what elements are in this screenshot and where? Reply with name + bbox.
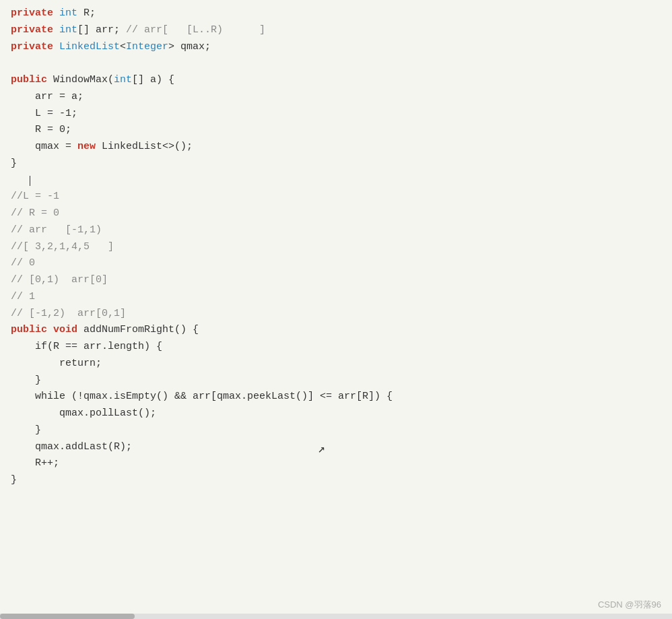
- code-editor: private int R; private int[] arr; // arr…: [0, 0, 672, 619]
- comment-arr-range: // arr [-1,1): [11, 224, 102, 236]
- code-line-25: qmax.pollLast();: [11, 405, 661, 422]
- comment-arr: // arr[ [L..R) ]: [126, 24, 265, 36]
- code-line-21: if(R == arr.length) {: [11, 339, 661, 356]
- code-line-1: private int R;: [11, 5, 661, 22]
- code-line-8: R = 0;: [11, 122, 661, 139]
- keyword-private: private: [11, 41, 59, 53]
- code-line-24: while (!qmax.isEmpty() && arr[qmax.peekL…: [11, 389, 661, 405]
- code-line-28: R++;: [11, 455, 661, 472]
- type-int: int: [59, 24, 77, 36]
- keyword-void: void: [53, 324, 83, 335]
- type-int2: int: [114, 74, 132, 86]
- text-cursor: [30, 176, 30, 186]
- code-line-11: [11, 172, 661, 189]
- code-line-9: qmax = new LinkedList<>();: [11, 139, 661, 156]
- code-line-7: L = -1;: [11, 106, 661, 123]
- scrollbar-thumb[interactable]: [0, 614, 135, 619]
- code-line-5: public WindowMax(int[] a) {: [11, 72, 661, 89]
- method-addnumfromright: addNumFromRight() {: [83, 324, 199, 335]
- comment-minus12: // [-1,2) arr[0,1]: [11, 308, 126, 319]
- keyword-private: private: [11, 7, 59, 19]
- text-plain: R;: [77, 7, 96, 19]
- watermark: CSDN @羽落96: [598, 599, 661, 611]
- code-line-16: // 0: [11, 255, 661, 272]
- code-line-18: // 1: [11, 289, 661, 306]
- code-line-23: }: [11, 372, 661, 389]
- code-line-2: private int[] arr; // arr[ [L..R) ]: [11, 22, 661, 39]
- keyword-public2: public: [11, 324, 53, 335]
- text-plain: [] arr;: [77, 24, 126, 36]
- comment-0: // 0: [11, 257, 35, 269]
- code-line-3: private LinkedList<Integer> qmax;: [11, 39, 661, 56]
- code-line-20: public void addNumFromRight() {: [11, 322, 661, 339]
- code-line-10: }: [11, 156, 661, 172]
- comment-array: //[ 3,2,1,4,5 ]: [11, 241, 114, 253]
- code-line-12: //L = -1: [11, 189, 661, 205]
- code-line-22: return;: [11, 356, 661, 372]
- keyword-private: private: [11, 24, 59, 36]
- text-plain: <: [120, 41, 126, 53]
- code-line-4: [11, 55, 661, 72]
- comment-1: // 1: [11, 291, 35, 302]
- keyword-new: new: [77, 141, 102, 152]
- type-integer: Integer: [126, 41, 168, 53]
- type-linkedlist: LinkedList: [59, 41, 120, 53]
- code-line-15: //[ 3,2,1,4,5 ]: [11, 239, 661, 256]
- comment-L: //L = -1: [11, 191, 59, 202]
- code-line-29: }: [11, 472, 661, 489]
- code-line-27: qmax.addLast(R);: [11, 439, 661, 456]
- code-line-19: // [-1,2) arr[0,1]: [11, 306, 661, 323]
- text-plain: [] a) {: [132, 74, 174, 86]
- code-line-6: arr = a;: [11, 89, 661, 106]
- code-lines: private int R; private int[] arr; // arr…: [11, 5, 661, 489]
- text-constructor: WindowMax(: [53, 74, 114, 86]
- type-int: int: [59, 7, 77, 19]
- comment-01: // [0,1) arr[0]: [11, 274, 108, 286]
- code-line-14: // arr [-1,1): [11, 222, 661, 239]
- comment-R: // R = 0: [11, 207, 59, 219]
- keyword-public: public: [11, 74, 53, 86]
- horizontal-scrollbar[interactable]: [0, 614, 672, 619]
- text-plain: > qmax;: [168, 41, 211, 53]
- code-line-13: // R = 0: [11, 205, 661, 222]
- code-line-26: }: [11, 422, 661, 439]
- code-line-17: // [0,1) arr[0]: [11, 272, 661, 289]
